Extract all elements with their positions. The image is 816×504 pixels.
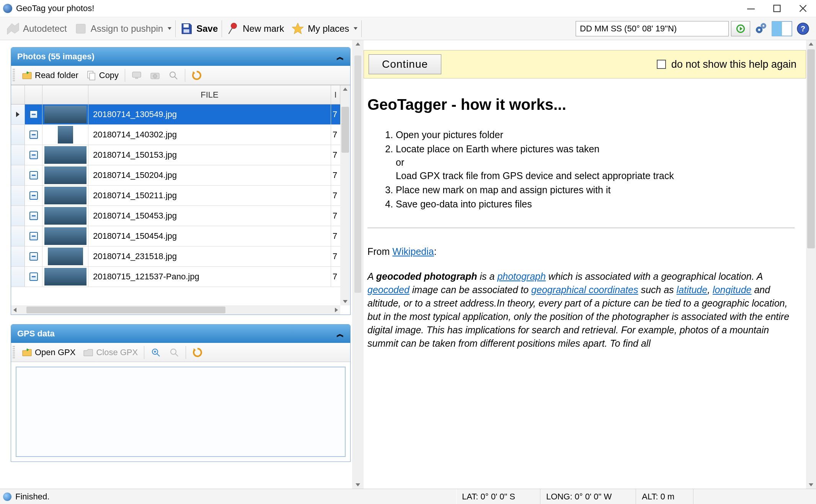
table-row[interactable]: 20180715_121537-Pano.jpg7 bbox=[11, 267, 340, 287]
row-checkbox[interactable] bbox=[25, 145, 42, 165]
row-thumbnail[interactable] bbox=[42, 206, 88, 226]
open-gpx-button[interactable]: Open GPX bbox=[19, 346, 78, 359]
table-row[interactable]: 20180714_150204.jpg7 bbox=[11, 165, 340, 186]
table-row[interactable]: 20180714_150211.jpg7 bbox=[11, 186, 340, 206]
scroll-thumb[interactable] bbox=[807, 49, 815, 248]
scroll-thumb[interactable] bbox=[354, 55, 361, 293]
continue-button[interactable]: Continue bbox=[369, 54, 441, 74]
autodetect-button[interactable]: Autodetect bbox=[3, 20, 70, 38]
table-row[interactable]: 20180714_150454.jpg7 bbox=[11, 226, 340, 246]
check-col[interactable] bbox=[25, 85, 42, 104]
table-horizontal-scrollbar[interactable] bbox=[11, 305, 340, 315]
monitor-button[interactable] bbox=[128, 69, 145, 82]
scroll-thumb[interactable] bbox=[26, 307, 225, 313]
zoom-out-button[interactable] bbox=[166, 346, 183, 359]
row-header[interactable] bbox=[11, 145, 25, 165]
row-checkbox[interactable] bbox=[25, 206, 42, 226]
row-filename[interactable]: 20180714_140302.jpg bbox=[88, 125, 331, 145]
read-folder-button[interactable]: Read folder bbox=[19, 69, 82, 82]
row-checkbox[interactable] bbox=[25, 125, 42, 145]
row-header[interactable] bbox=[11, 206, 25, 226]
zoom-button[interactable] bbox=[165, 69, 182, 82]
row-header[interactable] bbox=[11, 267, 25, 287]
table-row[interactable]: 20180714_150453.jpg7 bbox=[11, 206, 340, 226]
row-thumbnail[interactable] bbox=[42, 267, 88, 287]
gps-refresh-button[interactable] bbox=[189, 346, 206, 359]
row-filename[interactable]: 20180714_150211.jpg bbox=[88, 186, 331, 206]
row-filename[interactable]: 20180714_150453.jpg bbox=[88, 206, 331, 226]
row-checkbox[interactable] bbox=[25, 186, 42, 206]
settings-button[interactable] bbox=[751, 20, 771, 38]
geocoded-link[interactable]: geocoded bbox=[367, 284, 410, 295]
scroll-thumb[interactable] bbox=[341, 107, 349, 153]
table-row[interactable]: 20180714_130549.jpg7 bbox=[11, 104, 340, 125]
row-thumbnail[interactable] bbox=[42, 226, 88, 246]
gps-panel-header[interactable]: GPS data ︽ bbox=[11, 325, 350, 343]
photos-panel-header[interactable]: Photos (55 images) ︽ bbox=[11, 47, 350, 66]
minimize-button[interactable] bbox=[738, 0, 764, 17]
row-filename[interactable]: 20180714_231518.jpg bbox=[88, 246, 331, 266]
help-banner: Continue do not show this help again bbox=[364, 50, 806, 78]
extra-col[interactable]: I bbox=[331, 85, 340, 104]
row-checkbox[interactable] bbox=[25, 267, 42, 287]
geographical-coordinates-link[interactable]: geographical coordinates bbox=[531, 284, 638, 295]
collapse-icon[interactable]: ︽ bbox=[336, 329, 344, 339]
dont-show-again-checkbox[interactable]: do not show this help again bbox=[657, 59, 796, 70]
row-header[interactable] bbox=[11, 226, 25, 246]
row-filename[interactable]: 20180714_130549.jpg bbox=[88, 104, 331, 124]
close-gpx-button[interactable]: Close GPX bbox=[80, 346, 141, 359]
right-vertical-scrollbar[interactable] bbox=[806, 40, 816, 489]
toggle-panel-button[interactable] bbox=[772, 20, 792, 38]
table-row[interactable]: 20180714_231518.jpg7 bbox=[11, 246, 340, 267]
row-header[interactable] bbox=[11, 186, 25, 206]
row-thumbnail[interactable] bbox=[42, 246, 88, 266]
close-button[interactable] bbox=[790, 0, 816, 17]
file-col-header[interactable]: FILE bbox=[88, 85, 331, 104]
row-checkbox[interactable] bbox=[25, 104, 42, 124]
collapse-icon[interactable]: ︽ bbox=[336, 52, 344, 62]
row-filename[interactable]: 20180714_150454.jpg bbox=[88, 226, 331, 246]
row-header-col[interactable] bbox=[11, 85, 25, 104]
row-filename[interactable]: 20180715_121537-Pano.jpg bbox=[88, 267, 331, 287]
save-button[interactable]: Save bbox=[176, 20, 221, 38]
row-filename[interactable]: 20180714_150204.jpg bbox=[88, 165, 331, 185]
copy-button[interactable]: Copy bbox=[83, 69, 122, 82]
gps-track-canvas[interactable] bbox=[16, 367, 346, 457]
table-row[interactable]: 20180714_140302.jpg7 bbox=[11, 125, 340, 145]
zoom-in-button[interactable] bbox=[147, 346, 164, 359]
longitude-link[interactable]: longitude bbox=[713, 284, 751, 295]
camera-button[interactable] bbox=[147, 69, 163, 82]
row-checkbox[interactable] bbox=[25, 246, 42, 266]
svg-point-7 bbox=[231, 23, 237, 29]
row-thumbnail[interactable] bbox=[42, 104, 88, 124]
assign-pushpin-button[interactable]: Assign to pushpin bbox=[71, 20, 175, 38]
go-button[interactable] bbox=[731, 21, 750, 36]
maximize-button[interactable] bbox=[764, 0, 790, 17]
row-thumbnail[interactable] bbox=[42, 125, 88, 145]
row-checkbox[interactable] bbox=[25, 226, 42, 246]
row-header[interactable] bbox=[11, 125, 25, 145]
row-header[interactable] bbox=[11, 104, 25, 124]
refresh-button[interactable] bbox=[188, 69, 205, 82]
checkbox-icon[interactable] bbox=[657, 60, 666, 69]
row-thumbnail[interactable] bbox=[42, 186, 88, 206]
vertical-splitter[interactable] bbox=[352, 40, 364, 489]
new-mark-button[interactable]: New mark bbox=[223, 20, 287, 38]
help-button[interactable]: ? bbox=[793, 20, 813, 38]
row-filename[interactable]: 20180714_150153.jpg bbox=[88, 145, 331, 165]
statusbar: Finished. LAT: 0° 0' 0" S LONG: 0° 0' 0"… bbox=[0, 489, 816, 504]
photograph-link[interactable]: photograph bbox=[497, 271, 546, 282]
row-header[interactable] bbox=[11, 165, 25, 185]
my-places-button[interactable]: My places bbox=[288, 20, 361, 38]
latitude-link[interactable]: latitude bbox=[677, 284, 708, 295]
wikipedia-link[interactable]: Wikipedia bbox=[392, 246, 434, 257]
thumb-col[interactable] bbox=[42, 85, 88, 104]
row-thumbnail[interactable] bbox=[42, 165, 88, 185]
table-row[interactable]: 20180714_150153.jpg7 bbox=[11, 145, 340, 165]
row-checkbox[interactable] bbox=[25, 165, 42, 185]
info-icon bbox=[3, 493, 11, 501]
coordinates-input[interactable] bbox=[576, 21, 729, 36]
table-vertical-scrollbar[interactable] bbox=[340, 85, 350, 305]
row-header[interactable] bbox=[11, 246, 25, 266]
row-thumbnail[interactable] bbox=[42, 145, 88, 165]
